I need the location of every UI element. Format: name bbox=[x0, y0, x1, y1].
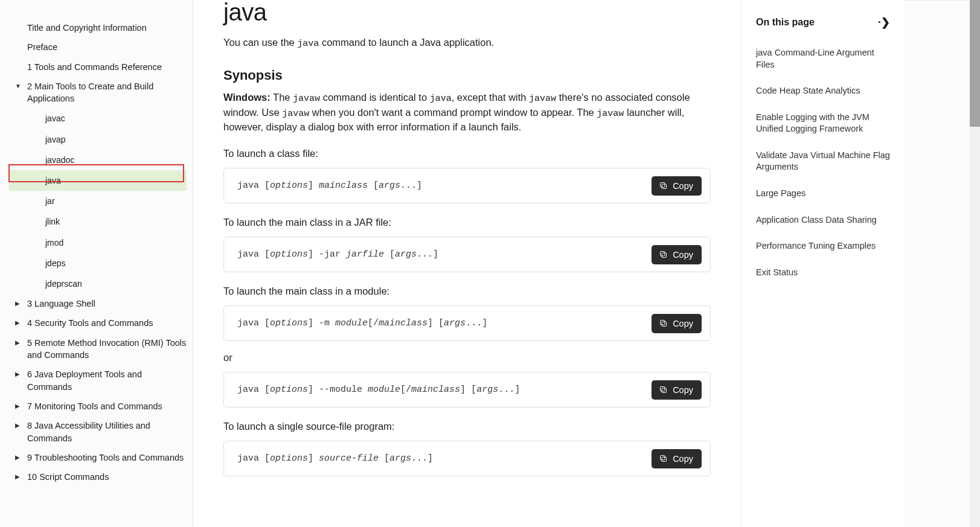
code: java [ bbox=[237, 318, 270, 328]
intro-text: You can use the java command to launch a… bbox=[223, 36, 711, 51]
svg-rect-0 bbox=[662, 184, 667, 189]
chevron-down-icon: ▼ bbox=[15, 80, 27, 91]
text: The bbox=[271, 92, 293, 103]
toc-sub-java[interactable]: java bbox=[9, 170, 187, 191]
spacer bbox=[15, 22, 27, 24]
otp-item[interactable]: Exit Status bbox=[754, 260, 892, 286]
toc-item-ch5[interactable]: ▶ 5 Remote Method Invocation (RMI) Tools… bbox=[0, 333, 193, 365]
otp-item[interactable]: Performance Tuning Examples bbox=[754, 233, 892, 260]
copy-label: Copy bbox=[673, 250, 693, 260]
svg-rect-3 bbox=[661, 252, 665, 257]
scrollbar-track[interactable] bbox=[970, 0, 980, 527]
toc-item-ch9[interactable]: ▶ 9 Troubleshooting Tools and Commands bbox=[0, 448, 193, 467]
code: java [ bbox=[237, 453, 270, 464]
otp-item[interactable]: java Command-Line Argument Files bbox=[754, 40, 892, 78]
toc-item-title-copyright[interactable]: Title and Copyright Information bbox=[0, 18, 193, 37]
inline-code: java bbox=[430, 94, 452, 104]
code-ital: module bbox=[368, 385, 400, 395]
otp-item[interactable]: Application Class Data Sharing bbox=[754, 207, 892, 234]
chevron-right-icon: ▶ bbox=[15, 368, 27, 378]
code: [/ bbox=[400, 385, 411, 395]
toc-item-ch1[interactable]: 1 Tools and Commands Reference bbox=[0, 57, 193, 77]
toc-sub-jdeprscan[interactable]: jdeprscan bbox=[45, 273, 193, 294]
otp-item[interactable]: Code Heap State Analytics bbox=[754, 78, 892, 104]
code-ital: args bbox=[444, 318, 466, 328]
toc-label: 8 Java Accessibility Utilities and Comma… bbox=[27, 420, 187, 444]
svg-rect-5 bbox=[661, 321, 665, 325]
code-ital: options bbox=[270, 385, 308, 395]
code: java [ bbox=[237, 180, 270, 191]
toc-label: 5 Remote Method Invocation (RMI) Tools a… bbox=[27, 337, 187, 362]
copy-label: Copy bbox=[673, 319, 693, 328]
code-ital: options bbox=[270, 453, 308, 464]
otp-item[interactable]: Large Pages bbox=[754, 180, 892, 207]
copy-button[interactable]: Copy bbox=[652, 245, 702, 264]
code-ital: mainclass bbox=[411, 385, 460, 395]
inline-code: java bbox=[297, 39, 319, 49]
toc-label: 3 Language Shell bbox=[27, 298, 187, 310]
chevron-right-icon: ▶ bbox=[15, 420, 27, 430]
on-this-page-panel: On this page ∙❯ java Command-Line Argume… bbox=[741, 0, 905, 527]
otp-item[interactable]: Enable Logging with the JVM Unified Logg… bbox=[754, 104, 892, 142]
chevron-right-icon: ▶ bbox=[15, 317, 27, 327]
toc-sub-jlink[interactable]: jlink bbox=[45, 211, 193, 232]
synopsis-heading: Synopsis bbox=[223, 68, 711, 83]
copy-icon bbox=[659, 454, 668, 463]
toc-label: 1 Tools and Commands Reference bbox=[27, 61, 187, 73]
toc-item-ch8[interactable]: ▶ 8 Java Accessibility Utilities and Com… bbox=[0, 416, 193, 448]
toc-sub-javadoc[interactable]: javadoc bbox=[45, 150, 193, 170]
copy-button[interactable]: Copy bbox=[652, 449, 702, 468]
svg-rect-7 bbox=[661, 387, 665, 392]
main-content: java You can use the java command to lau… bbox=[193, 0, 741, 527]
toc-label: 4 Security Tools and Commands bbox=[27, 317, 187, 329]
code: java [ bbox=[237, 249, 270, 260]
code-ital: options bbox=[270, 318, 308, 328]
label-windows: Windows: bbox=[223, 92, 271, 103]
or-label: or bbox=[223, 352, 711, 363]
toc-sublist-ch2: javac javap javadoc java jar jlink jmod … bbox=[0, 108, 193, 294]
code: [ bbox=[368, 180, 379, 191]
text: when you don't want a command prompt win… bbox=[309, 107, 597, 118]
chevron-right-icon: ▶ bbox=[15, 298, 27, 308]
code-ital: args bbox=[379, 180, 400, 191]
inline-code: javaw bbox=[293, 94, 320, 104]
launch-label-module: To launch the main class in a module: bbox=[223, 286, 711, 297]
code: ] bbox=[308, 180, 319, 191]
code-ital: args bbox=[395, 249, 417, 260]
toc-sub-jar[interactable]: jar bbox=[45, 191, 193, 211]
chevron-right-icon: ▶ bbox=[15, 452, 27, 462]
toc-item-ch6[interactable]: ▶ 6 Java Deployment Tools and Commands bbox=[0, 365, 193, 397]
launch-label-classfile: To launch a class file: bbox=[223, 148, 711, 159]
code-ital: options bbox=[270, 249, 308, 260]
toc-item-ch4[interactable]: ▶ 4 Security Tools and Commands bbox=[0, 313, 193, 333]
toc-sub-jmod[interactable]: jmod bbox=[45, 232, 193, 253]
code-ital: source-file bbox=[319, 453, 379, 464]
chevron-right-icon: ▶ bbox=[15, 400, 27, 410]
scrollbar-thumb[interactable] bbox=[970, 0, 980, 127]
copy-icon bbox=[659, 250, 668, 259]
launch-label-jar: To launch the main class in a JAR file: bbox=[223, 217, 711, 228]
toc-sub-javap[interactable]: javap bbox=[45, 129, 193, 150]
otp-item[interactable]: Validate Java Virtual Machine Flag Argum… bbox=[754, 142, 892, 180]
code: ...] bbox=[498, 385, 520, 395]
copy-button[interactable]: Copy bbox=[652, 314, 702, 333]
page-title: java bbox=[223, 0, 711, 26]
code: [/ bbox=[368, 318, 379, 328]
copy-label: Copy bbox=[673, 454, 693, 464]
copy-button[interactable]: Copy bbox=[652, 380, 702, 400]
copy-icon bbox=[659, 385, 668, 394]
copy-button[interactable]: Copy bbox=[652, 176, 702, 196]
toc-item-ch10[interactable]: ▶ 10 Script Commands bbox=[0, 467, 193, 487]
text: command is identical to bbox=[320, 92, 430, 103]
toc-sub-javac[interactable]: javac bbox=[45, 108, 193, 129]
collapse-panel-icon[interactable]: ∙❯ bbox=[878, 16, 890, 29]
toc-item-ch7[interactable]: ▶ 7 Monitoring Tools and Commands bbox=[0, 397, 193, 416]
toc-item-preface[interactable]: Preface bbox=[0, 37, 193, 57]
toc-sub-jdeps[interactable]: jdeps bbox=[45, 253, 193, 273]
inline-code: javaw bbox=[529, 94, 556, 104]
toc-item-ch3[interactable]: ▶ 3 Language Shell bbox=[0, 294, 193, 313]
toc-item-ch2[interactable]: ▼ 2 Main Tools to Create and Build Appli… bbox=[0, 77, 193, 109]
toc-label: 6 Java Deployment Tools and Commands bbox=[27, 368, 187, 393]
code-block-single: java [options] source-file [args...] Cop… bbox=[223, 441, 711, 476]
svg-rect-2 bbox=[662, 253, 667, 258]
